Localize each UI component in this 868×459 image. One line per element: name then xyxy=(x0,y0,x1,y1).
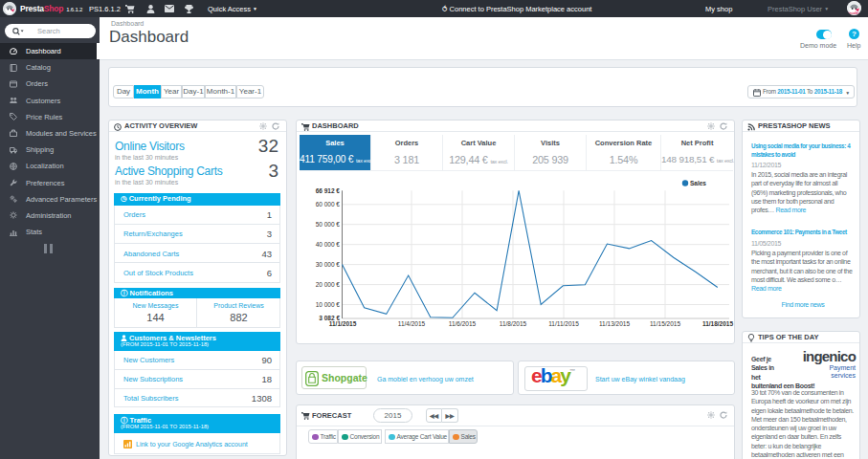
svg-text:11/15/2015: 11/15/2015 xyxy=(650,320,680,327)
svg-text:11/13/2015: 11/13/2015 xyxy=(599,320,630,327)
svg-text:11/6/2015: 11/6/2015 xyxy=(449,320,477,327)
svg-text:50 000 €: 50 000 € xyxy=(316,221,341,228)
svg-text:11/1/2015: 11/1/2015 xyxy=(329,320,357,327)
svg-text:PrestaShop: PrestaShop xyxy=(847,11,861,15)
svg-text:11/4/2015: 11/4/2015 xyxy=(398,320,426,327)
svg-text:10 000 €: 10 000 € xyxy=(316,301,341,308)
svg-text:11/8/2015: 11/8/2015 xyxy=(500,320,527,327)
svg-text:66 912 €: 66 912 € xyxy=(316,187,341,194)
svg-text:20 000 €: 20 000 € xyxy=(316,281,341,288)
svg-text:40 000 €: 40 000 € xyxy=(316,241,341,248)
svg-text:11/18/2015: 11/18/2015 xyxy=(702,320,734,327)
svg-text:60 000 €: 60 000 € xyxy=(316,201,341,208)
svg-text:11/11/2015: 11/11/2015 xyxy=(548,320,579,327)
svg-text:Sales: Sales xyxy=(690,180,706,186)
svg-text:30 000 €: 30 000 € xyxy=(316,261,341,268)
